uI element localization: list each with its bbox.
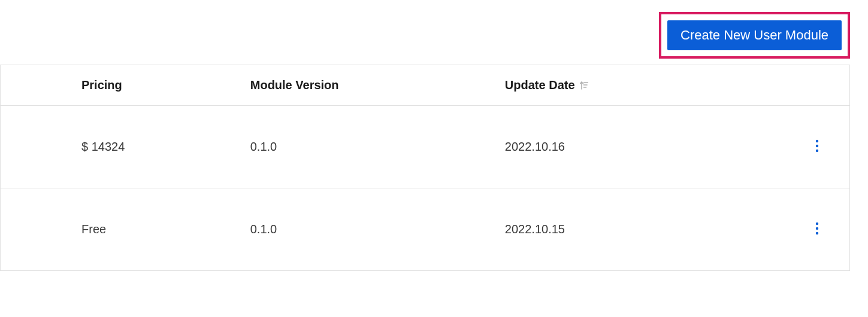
more-vertical-icon [815,139,819,154]
create-new-user-module-button[interactable]: Create New User Module [667,20,842,50]
table-header-row: Pricing Module Version Update Date [1,65,849,106]
cell-version: 0.1.0 [238,106,493,188]
svg-point-7 [816,227,818,230]
row-actions-button[interactable] [812,218,822,240]
svg-point-4 [816,145,818,147]
cell-version: 0.1.0 [238,188,493,271]
table-row: $ 14324 0.1.0 2022.10.16 [1,106,849,188]
cell-update-date: 2022.10.15 [493,188,782,271]
row-actions-button[interactable] [812,136,822,158]
column-header-update-date-label: Update Date [505,78,575,92]
svg-point-3 [816,140,818,142]
sort-ascending-icon [580,81,588,90]
more-vertical-icon [815,222,819,237]
cell-update-date: 2022.10.16 [493,106,782,188]
column-header-pricing[interactable]: Pricing [1,65,238,106]
highlight-annotation: Create New User Module [659,12,850,59]
modules-table-container: Pricing Module Version Update Date [0,65,850,271]
modules-table: Pricing Module Version Update Date [1,65,849,271]
cell-pricing: $ 14324 [1,106,238,188]
column-header-version[interactable]: Module Version [238,65,493,106]
page-header: Create New User Module [0,0,868,65]
cell-pricing: Free [1,188,238,271]
column-header-actions [782,65,849,106]
svg-point-5 [816,150,818,152]
column-header-update-date[interactable]: Update Date [493,65,782,106]
svg-point-8 [816,232,818,234]
table-row: Free 0.1.0 2022.10.15 [1,188,849,271]
svg-point-6 [816,222,818,225]
